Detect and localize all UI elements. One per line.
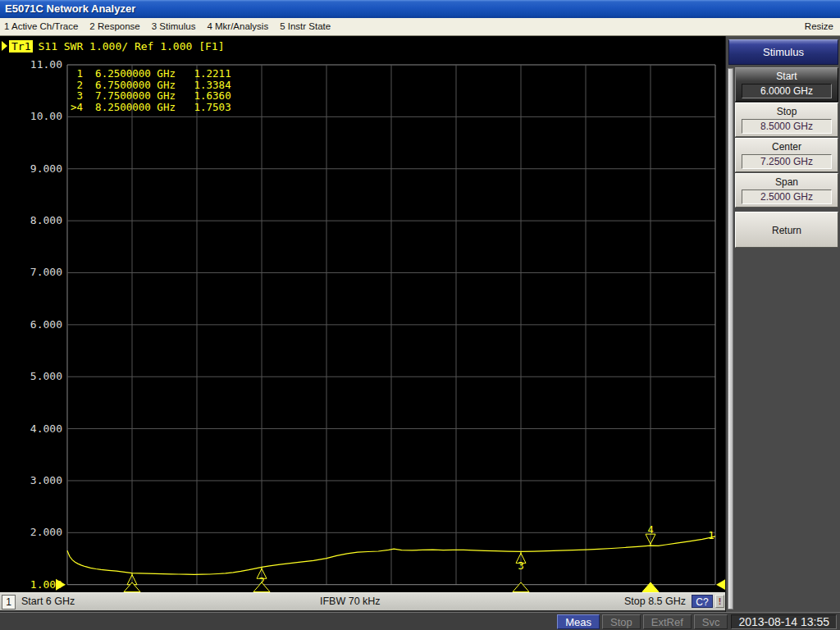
marker-table-row: 3 7.7500000 GHz 1.6360 bbox=[71, 90, 231, 102]
active-trace-arrow-icon bbox=[2, 41, 7, 51]
softkey-menu-title: Stimulus bbox=[728, 39, 838, 65]
y-axis-label: 10.00 bbox=[25, 110, 62, 122]
channel-status-bar: 1 Start 6 GHz IFBW 70 kHz Stop 8.5 GHz C… bbox=[0, 592, 725, 610]
softkey-stop[interactable]: Stop8.5000 GHz bbox=[735, 103, 838, 137]
softkey-label: Center bbox=[736, 139, 838, 153]
status-meas: Meas bbox=[557, 614, 600, 629]
e5071c-window: E5071C Network Analyzer 1 Active Ch/Trac… bbox=[0, 0, 840, 630]
softkey-value: 8.5000 GHz bbox=[742, 119, 832, 134]
softkey-list: Start6.0000 GHzStop8.5000 GHzCenter7.250… bbox=[735, 67, 838, 249]
softkey-start[interactable]: Start6.0000 GHz bbox=[735, 67, 838, 102]
menu-resize[interactable]: Resize bbox=[805, 18, 833, 35]
y-axis-label: 6.000 bbox=[25, 318, 62, 331]
marker-4-stimulus-triangle[interactable] bbox=[642, 582, 659, 592]
softkey-value: 6.0000 GHz bbox=[742, 84, 832, 98]
menu-item-1-active-ch-trace[interactable]: 1 Active Ch/Trace bbox=[4, 18, 78, 35]
trace-label-chip[interactable]: Tr1 bbox=[9, 40, 33, 52]
status-stop: Stop bbox=[602, 614, 641, 629]
marker-table: 1 6.2500000 GHz 1.2211 2 6.7500000 GHz 1… bbox=[71, 68, 231, 112]
start-frequency-label: Start 6 GHz bbox=[21, 593, 75, 610]
menu-item-5-instr-state[interactable]: 5 Instr State bbox=[280, 18, 331, 35]
trace-status-line: Tr1 S11 SWR 1.000/ Ref 1.000 [F1] bbox=[2, 39, 224, 52]
y-axis-label: 11.00 bbox=[25, 58, 62, 71]
menu-items: 1 Active Ch/Trace2 Response3 Stimulus4 M… bbox=[0, 21, 331, 31]
softkey-scrollbar[interactable] bbox=[728, 68, 733, 609]
y-axis-label: 2.000 bbox=[25, 526, 62, 538]
stop-frequency-label: Stop 8.5 GHz bbox=[624, 593, 686, 610]
y-axis-label: 8.000 bbox=[25, 214, 62, 226]
datetime-display: 2013-08-14 13:55 bbox=[731, 614, 837, 629]
menu-item-3-stimulus[interactable]: 3 Stimulus bbox=[152, 18, 196, 35]
warning-badge: ! bbox=[715, 595, 724, 608]
y-axis-label: 3.000 bbox=[25, 474, 62, 486]
reference-level-arrow-right bbox=[716, 579, 725, 591]
softkey-return[interactable]: Return bbox=[735, 212, 838, 248]
marker-3-stimulus-triangle[interactable] bbox=[513, 582, 529, 592]
channel-number-box: 1 bbox=[2, 595, 16, 609]
softkey-label: Stop bbox=[736, 103, 838, 118]
menu-bar: 1 Active Ch/Trace2 Response3 Stimulus4 M… bbox=[0, 18, 840, 36]
menu-item-4-mkr-analysis[interactable]: 4 Mkr/Analysis bbox=[207, 18, 268, 35]
y-axis-label: 5.000 bbox=[25, 370, 62, 382]
window-title: E5071C Network Analyzer bbox=[5, 2, 135, 15]
trace-end-number: 1 bbox=[708, 529, 714, 541]
softkey-span[interactable]: Span2.5000 GHz bbox=[735, 173, 838, 208]
y-axis-label: 9.000 bbox=[25, 162, 62, 175]
softkey-label: Start bbox=[736, 68, 838, 83]
y-axis-label: 4.000 bbox=[25, 422, 62, 435]
marker-1-stimulus-triangle[interactable] bbox=[124, 582, 140, 592]
title-bar: E5071C Network Analyzer bbox=[0, 0, 840, 18]
softkey-label: Return bbox=[772, 222, 801, 237]
marker-table-row: >4 8.2500000 GHz 1.7503 bbox=[71, 102, 231, 113]
instrument-screen: 11234 Tr1 S11 SWR 1.000/ Ref 1.000 [F1] … bbox=[0, 36, 725, 592]
trace-status-detail: S11 SWR 1.000/ Ref 1.000 [F1] bbox=[38, 40, 224, 52]
swr-plot: 11234 bbox=[0, 36, 725, 592]
softkey-center[interactable]: Center7.2500 GHz bbox=[735, 138, 838, 172]
marker-table-row: 1 6.2500000 GHz 1.2211 bbox=[71, 68, 231, 80]
marker-table-row: 2 6.7500000 GHz 1.3384 bbox=[71, 80, 231, 91]
status-extref: ExtRef bbox=[643, 614, 692, 629]
marker-2-stimulus-triangle[interactable] bbox=[253, 582, 270, 592]
status-svc: Svc bbox=[694, 614, 728, 629]
instrument-status-bar: MeasStopExtRefSvc 2013-08-14 13:55 bbox=[0, 612, 840, 630]
ifbw-label: IFBW 70 kHz bbox=[320, 593, 381, 610]
status-indicators: MeasStopExtRefSvc bbox=[555, 614, 728, 629]
y-axis-label: 1.000 bbox=[25, 578, 62, 591]
menu-item-2-response[interactable]: 2 Response bbox=[89, 18, 139, 35]
y-axis-label: 7.000 bbox=[25, 266, 62, 278]
softkey-value: 2.5000 GHz bbox=[742, 189, 832, 204]
calibration-badge: C? bbox=[692, 595, 713, 608]
softkey-label: Span bbox=[736, 174, 838, 189]
marker-3-number: 3 bbox=[518, 560, 523, 572]
softkey-value: 7.2500 GHz bbox=[742, 154, 832, 169]
softkey-sidebar: Stimulus Start6.0000 GHzStop8.5000 GHzCe… bbox=[725, 36, 840, 612]
